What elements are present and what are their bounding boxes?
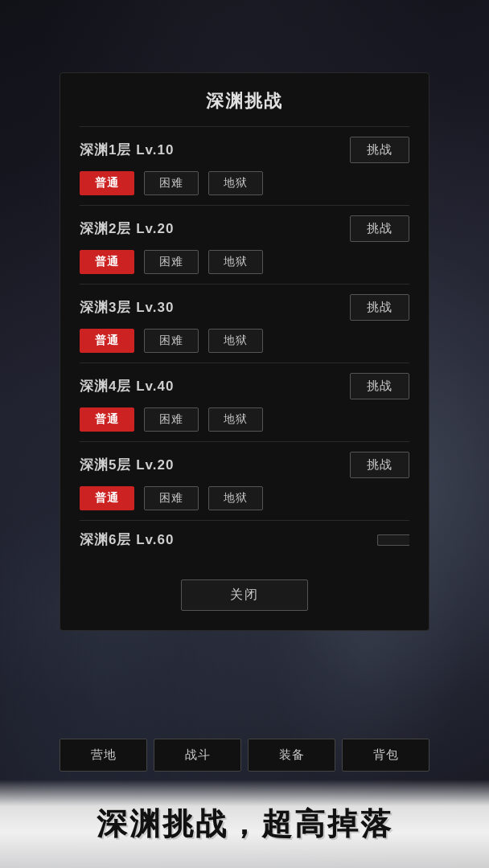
- level-header-4: 深渊4层 Lv.40挑战: [80, 373, 409, 399]
- modal-overlay: 深渊挑战 深渊1层 Lv.10挑战普通困难地狱深渊2层 Lv.20挑战普通困难地…: [0, 0, 489, 868]
- level-header-6: 深渊6层 Lv.60: [80, 530, 409, 549]
- banner-text: 深渊挑战，超高掉落: [97, 804, 393, 845]
- level-title-1: 深渊1层 Lv.10: [80, 141, 174, 159]
- diff-button-3-0[interactable]: 普通: [80, 329, 134, 353]
- diff-button-1-0[interactable]: 普通: [80, 171, 134, 195]
- diff-button-2-0[interactable]: 普通: [80, 250, 134, 274]
- nav-camp-button[interactable]: 营地: [60, 739, 147, 772]
- difficulty-row-3: 普通困难地狱: [80, 329, 409, 353]
- level-section-4: 深渊4层 Lv.40挑战普通困难地狱: [80, 362, 409, 441]
- diff-button-3-2[interactable]: 地狱: [208, 329, 263, 353]
- level-header-2: 深渊2层 Lv.20挑战: [80, 215, 409, 242]
- level-section-1: 深渊1层 Lv.10挑战普通困难地狱: [80, 126, 409, 205]
- level-title-4: 深渊4层 Lv.40: [80, 377, 174, 395]
- level-title-5: 深渊5层 Lv.20: [80, 456, 174, 474]
- diff-button-5-2[interactable]: 地狱: [208, 486, 263, 510]
- diff-button-4-1[interactable]: 困难: [144, 407, 199, 432]
- levels-container: 深渊1层 Lv.10挑战普通困难地狱深渊2层 Lv.20挑战普通困难地狱深渊3层…: [80, 126, 409, 567]
- modal-container: 深渊挑战 深渊1层 Lv.10挑战普通困难地狱深渊2层 Lv.20挑战普通困难地…: [60, 72, 429, 631]
- nav-battle-button[interactable]: 战斗: [154, 739, 241, 772]
- level-title-6: 深渊6层 Lv.60: [80, 530, 174, 549]
- level-title-3: 深渊3层 Lv.30: [80, 298, 174, 317]
- level-section-2: 深渊2层 Lv.20挑战普通困难地狱: [80, 205, 409, 284]
- diff-button-1-1[interactable]: 困难: [144, 171, 199, 195]
- bottom-nav: 营地 战斗 装备 背包: [60, 739, 429, 772]
- challenge-button-3[interactable]: 挑战: [350, 294, 409, 321]
- level-section-6: 深渊6层 Lv.60: [80, 520, 409, 567]
- close-button[interactable]: 关闭: [181, 579, 308, 611]
- level-header-5: 深渊5层 Lv.20挑战: [80, 452, 409, 478]
- challenge-button-1[interactable]: 挑战: [350, 137, 409, 163]
- challenge-button-5[interactable]: 挑战: [350, 452, 409, 478]
- bottom-banner: 深渊挑战，超高掉落: [0, 780, 489, 868]
- challenge-button-4[interactable]: 挑战: [350, 373, 409, 399]
- nav-equipment-button[interactable]: 装备: [248, 739, 335, 772]
- diff-button-1-2[interactable]: 地狱: [208, 171, 263, 195]
- diff-button-5-0[interactable]: 普通: [80, 486, 134, 510]
- diff-button-3-1[interactable]: 困难: [144, 329, 199, 353]
- difficulty-row-1: 普通困难地狱: [80, 171, 409, 195]
- diff-button-4-0[interactable]: 普通: [80, 407, 134, 432]
- level-title-2: 深渊2层 Lv.20: [80, 219, 174, 238]
- modal-title: 深渊挑战: [80, 89, 409, 113]
- nav-backpack-button[interactable]: 背包: [342, 739, 429, 772]
- level-section-3: 深渊3层 Lv.30挑战普通困难地狱: [80, 284, 409, 362]
- diff-button-4-2[interactable]: 地狱: [208, 407, 263, 432]
- difficulty-row-5: 普通困难地狱: [80, 486, 409, 510]
- diff-button-5-1[interactable]: 困难: [144, 486, 199, 510]
- challenge-button-6[interactable]: [377, 534, 409, 546]
- diff-button-2-1[interactable]: 困难: [144, 250, 199, 274]
- close-section: 关闭: [80, 579, 409, 611]
- challenge-button-2[interactable]: 挑战: [350, 215, 409, 242]
- diff-button-2-2[interactable]: 地狱: [208, 250, 263, 274]
- level-header-3: 深渊3层 Lv.30挑战: [80, 294, 409, 321]
- difficulty-row-4: 普通困难地狱: [80, 407, 409, 432]
- level-section-5: 深渊5层 Lv.20挑战普通困难地狱: [80, 441, 409, 520]
- difficulty-row-2: 普通困难地狱: [80, 250, 409, 274]
- level-header-1: 深渊1层 Lv.10挑战: [80, 137, 409, 163]
